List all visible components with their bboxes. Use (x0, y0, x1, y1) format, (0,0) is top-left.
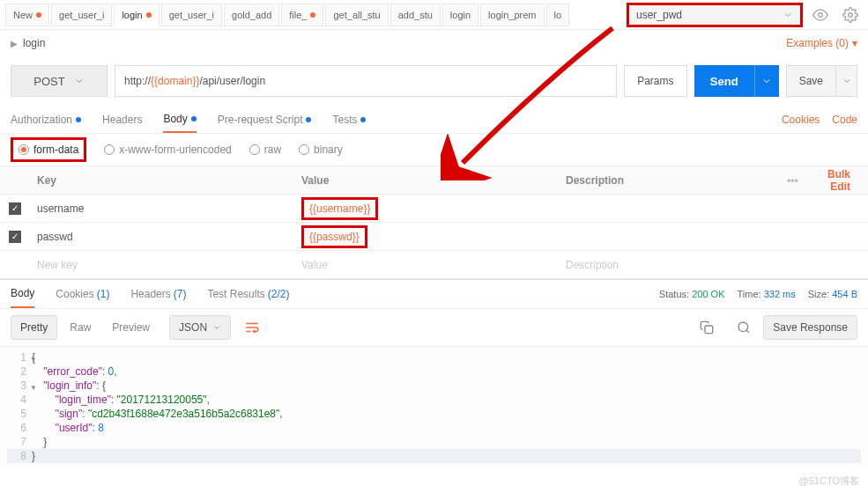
key-placeholder[interactable]: New key (30, 259, 294, 271)
dirty-dot-icon (310, 12, 315, 18)
request-tabs-bar: New get_user_i login get_user_i gold_add… (0, 0, 868, 30)
value-cell[interactable]: {{username}} (294, 197, 559, 220)
table-header-row: Key Value Description ••• Bulk Edit (0, 166, 868, 195)
environment-name: user_pwd (636, 9, 682, 21)
view-raw[interactable]: Raw (61, 316, 100, 339)
view-preview[interactable]: Preview (103, 316, 159, 339)
search-response-button[interactable] (731, 315, 756, 340)
body-type-selector: form-data x-www-form-urlencoded raw bina… (0, 134, 868, 166)
resp-tab-testresults[interactable]: Test Results(2/2) (207, 280, 289, 308)
resp-tab-body[interactable]: Body (11, 280, 34, 308)
send-dropdown[interactable] (754, 65, 779, 97)
tab-file[interactable]: file_ (281, 4, 323, 26)
svg-point-5 (738, 322, 748, 332)
gear-icon (842, 7, 858, 23)
wrap-lines-button[interactable] (240, 315, 264, 340)
status-value: 200 OK (692, 289, 724, 299)
radio-icon (249, 144, 260, 155)
status-dot-icon (191, 116, 197, 121)
chevron-down-icon (74, 76, 85, 86)
tab-get-all-stu[interactable]: get_all_stu (325, 4, 388, 26)
svg-point-1 (849, 12, 853, 17)
request-section-tabs: Authorization Headers Body Pre-request S… (0, 106, 868, 134)
request-builder-row: POST http://{{domain}}/api/user/login Pa… (0, 56, 868, 106)
response-section-tabs: Body Cookies(1) Headers(7) Test Results(… (0, 279, 868, 309)
body-type-formdata[interactable]: form-data (11, 137, 86, 162)
env-settings-button[interactable] (838, 3, 863, 27)
chevron-down-icon (783, 10, 793, 20)
status-dot-icon (76, 117, 81, 122)
body-type-raw[interactable]: raw (249, 143, 281, 156)
copy-icon (700, 320, 714, 335)
row-checkbox[interactable]: ✓ (9, 231, 21, 243)
desc-placeholder[interactable]: Description (559, 259, 780, 271)
tab-login-2[interactable]: login (442, 4, 479, 26)
env-quicklook-button[interactable] (808, 3, 833, 27)
more-icon[interactable]: ••• (787, 174, 805, 187)
tab-get-user-2[interactable]: get_user_i (161, 4, 222, 26)
col-key: Key (30, 174, 294, 187)
tab-headers[interactable]: Headers (102, 106, 142, 133)
tab-lo[interactable]: lo (546, 4, 570, 26)
formdata-table: Key Value Description ••• Bulk Edit ✓ us… (0, 166, 868, 279)
radio-icon (19, 144, 29, 155)
col-value: Value (294, 174, 559, 187)
body-type-xwww[interactable]: x-www-form-urlencoded (104, 143, 231, 156)
copy-response-button[interactable] (694, 315, 719, 340)
search-icon (737, 320, 751, 335)
svg-line-6 (746, 330, 749, 333)
col-description: Description (559, 174, 780, 187)
time-value: 332 ms (764, 289, 796, 299)
tab-prerequest[interactable]: Pre-request Script (218, 106, 312, 133)
tab-body[interactable]: Body (163, 106, 196, 133)
response-toolbar: Pretty Raw Preview JSON Save Response (0, 309, 868, 346)
tab-login-prem[interactable]: login_prem (480, 4, 544, 26)
dirty-dot-icon (146, 12, 152, 18)
chevron-down-icon: ▾ (852, 37, 857, 49)
svg-rect-4 (705, 326, 713, 334)
save-button[interactable]: Save (786, 65, 857, 97)
cookies-link[interactable]: Cookies (782, 114, 820, 126)
save-dropdown[interactable] (835, 66, 857, 96)
tab-get-user-1[interactable]: get_user_i (51, 4, 112, 26)
view-pretty[interactable]: Pretty (11, 315, 57, 340)
url-input[interactable]: http://{{domain}}/api/user/login (115, 65, 617, 97)
tab-gold-add[interactable]: gold_add (224, 4, 279, 26)
response-body[interactable]: 1▼{ 2 "error_code": 0, 3▼ "login_info": … (0, 346, 868, 467)
caret-right-icon: ▶ (11, 39, 18, 48)
svg-point-0 (819, 12, 823, 17)
save-response-button[interactable]: Save Response (763, 315, 857, 340)
code-link[interactable]: Code (832, 114, 857, 126)
http-method-select[interactable]: POST (11, 65, 108, 97)
tab-authorization[interactable]: Authorization (11, 106, 81, 133)
bulk-edit-link[interactable]: Bulk Edit (814, 168, 861, 193)
eye-icon (812, 7, 828, 23)
tab-add-stu[interactable]: add_stu (390, 4, 441, 26)
key-cell[interactable]: passwd (30, 231, 294, 243)
body-type-binary[interactable]: binary (299, 143, 343, 156)
key-cell[interactable]: username (30, 202, 294, 215)
params-button[interactable]: Params (624, 65, 687, 97)
row-checkbox[interactable]: ✓ (9, 202, 21, 215)
resp-tab-cookies[interactable]: Cookies(1) (56, 280, 109, 308)
status-dot-icon (360, 117, 366, 122)
radio-icon (299, 144, 309, 155)
radio-icon (104, 144, 115, 155)
tab-login-active[interactable]: login (114, 4, 159, 26)
format-select[interactable]: JSON (169, 315, 231, 340)
tab-new[interactable]: New (5, 4, 49, 26)
request-name: login (23, 37, 45, 49)
resp-tab-headers[interactable]: Headers(7) (130, 280, 186, 308)
chevron-down-icon (842, 76, 852, 86)
environment-select[interactable]: user_pwd (627, 3, 803, 27)
value-placeholder[interactable]: Value (294, 259, 559, 271)
table-row-new[interactable]: New key Value Description (0, 251, 868, 279)
tab-tests[interactable]: Tests (332, 106, 366, 133)
table-row: ✓ username {{username}} (0, 195, 868, 223)
chevron-down-icon (761, 76, 772, 86)
examples-link[interactable]: Examples (0) (786, 37, 849, 49)
value-cell[interactable]: {{passwd}} (294, 225, 559, 248)
send-button[interactable]: Send (694, 65, 779, 97)
chevron-down-icon (212, 323, 221, 332)
size-value: 454 B (832, 289, 857, 299)
